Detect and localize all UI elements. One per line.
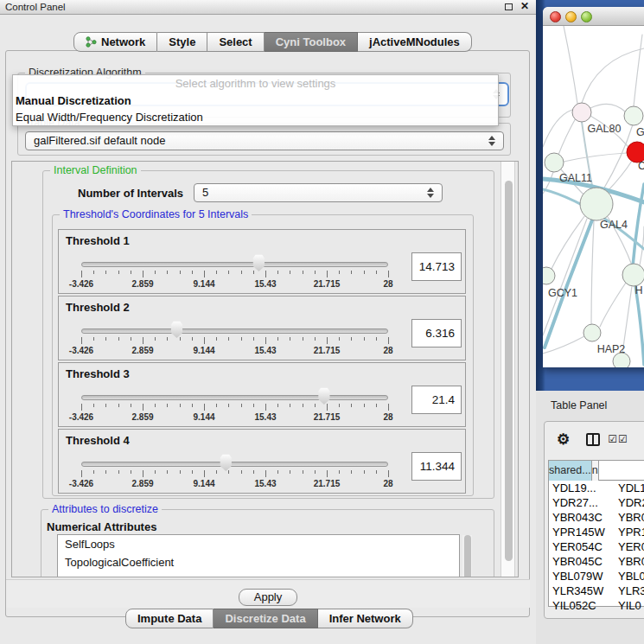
float-window-icon[interactable] <box>505 3 513 10</box>
group-title: Attributes to discretize <box>48 503 162 515</box>
table-panel-container: ⚙ ☑ ☑ shared... n YDL19... YDL1 YDR27...… <box>544 421 644 619</box>
algorithm-option[interactable]: Equal Width/Frequency Discretization <box>13 109 498 125</box>
bottom-tab[interactable]: Impute Data <box>125 609 214 628</box>
slider-track[interactable] <box>81 462 388 467</box>
top-tab[interactable]: Network <box>73 32 157 52</box>
threshold-value-field[interactable]: 14.713 <box>411 252 462 281</box>
panel-scrollbar[interactable] <box>501 162 515 577</box>
scale-label: 28 <box>369 279 407 289</box>
attributes-group: Attributes to discretize Numerical Attri… <box>41 509 494 577</box>
table-row[interactable]: YDL19... YDL1 <box>549 481 644 495</box>
threshold-value-field[interactable]: 11.344 <box>411 452 462 481</box>
number-of-intervals-label: Number of Intervals <box>78 187 183 200</box>
minimize-traffic-icon[interactable] <box>565 11 577 22</box>
apply-button[interactable]: Apply <box>239 589 297 606</box>
list-scrollbar[interactable] <box>462 535 472 577</box>
table-row[interactable]: YBR045C YBR0 <box>549 554 644 569</box>
algorithm-dropdown-popup: Select algorithm to view settings Manual… <box>12 74 499 126</box>
table-row[interactable]: YER054C YER0 <box>549 539 644 554</box>
control-panel-titlebar: Control Panel ✕ <box>0 0 536 15</box>
combo-arrows-icon[interactable] <box>427 188 434 198</box>
gear-icon[interactable]: ⚙ <box>557 432 570 447</box>
close-icon[interactable]: ✕ <box>520 0 529 12</box>
top-tab[interactable]: Select <box>207 32 264 52</box>
top-tab[interactable]: jActiveMNodules <box>358 32 472 52</box>
threshold-slider[interactable]: -3.426 2.859 9.144 15.43 21.715 28 <box>81 230 388 295</box>
network-node-label: GCY1 <box>548 287 577 299</box>
scale-label: 2.859 <box>124 412 162 422</box>
bottom-tab[interactable]: Discretize Data <box>214 609 317 628</box>
slider-thumb[interactable] <box>317 387 330 405</box>
scale-label: 28 <box>369 479 407 488</box>
cell-shared-name: YBL079W <box>549 569 615 583</box>
network-node[interactable] <box>583 324 601 341</box>
table-data-value: galFiltered.sif default node <box>34 134 165 147</box>
network-node[interactable] <box>545 153 564 172</box>
threshold-panel: Threshold 1 -3.426 2.859 9.144 15.43 21.… <box>58 229 466 294</box>
slider-thumb[interactable] <box>220 454 233 471</box>
table-row[interactable]: YBL079W YBL0 <box>549 569 644 583</box>
table-header-cell[interactable]: n <box>592 461 599 481</box>
attribute-list-item[interactable]: TopologicalCoefficient <box>58 553 459 571</box>
table-data-combobox[interactable]: galFiltered.sif default node <box>25 131 504 150</box>
slider-ticks <box>81 337 389 345</box>
network-node[interactable] <box>613 353 630 367</box>
network-node[interactable] <box>543 267 555 284</box>
node-table: shared... n YDL19... YDL1 YDR27... YDR2 … <box>548 460 644 607</box>
table-row[interactable]: YIL052C YIL0 <box>549 598 644 613</box>
cell-name: YDL1 <box>615 481 644 495</box>
threshold-slider[interactable]: -3.426 2.859 9.144 15.43 21.715 28 <box>81 363 388 428</box>
table-row[interactable]: YDR27... YDR2 <box>549 495 644 510</box>
slider-scale: -3.426 2.859 9.144 15.43 21.715 28 <box>81 479 388 489</box>
network-icon <box>86 36 97 48</box>
scale-label: 15.43 <box>246 479 284 488</box>
top-tab[interactable]: Cyni Toolbox <box>265 32 358 52</box>
threshold-slider[interactable]: -3.426 2.859 9.144 15.43 21.715 28 <box>81 296 388 361</box>
threshold-value-field[interactable]: 21.4 <box>411 386 462 414</box>
group-title: Threshold's Coordinates for 5 Intervals <box>60 208 252 220</box>
table-row[interactable]: YBR043C YBR0 <box>549 510 644 525</box>
deselect-all-icon[interactable]: ☑ <box>618 434 628 444</box>
scale-label: -3.426 <box>62 346 100 355</box>
network-svg: GAL80GAL11GAL4GCY1HHAP2GAC <box>543 26 644 367</box>
select-all-icon[interactable]: ☑ <box>608 434 617 444</box>
network-node[interactable] <box>624 106 643 125</box>
scale-label: 2.859 <box>124 346 162 355</box>
scrollbar-thumb[interactable] <box>505 181 513 561</box>
table-row[interactable]: YLR345W YLR3 <box>549 583 644 598</box>
cell-shared-name: YBR043C <box>549 510 615 525</box>
network-node[interactable] <box>572 103 591 122</box>
network-node[interactable] <box>580 188 613 220</box>
table-header-cell[interactable]: shared... <box>549 461 592 481</box>
network-node[interactable] <box>622 264 644 286</box>
scale-label: 9.144 <box>185 279 223 289</box>
scale-label: 15.43 <box>246 279 284 289</box>
scrollbar-thumb[interactable] <box>464 535 471 577</box>
slider-thumb[interactable] <box>252 254 265 271</box>
cell-shared-name: YDR27... <box>549 495 615 510</box>
bottom-tab[interactable]: Infer Network <box>318 609 413 628</box>
close-traffic-icon[interactable] <box>550 11 561 22</box>
network-edge <box>564 26 577 104</box>
slider-track[interactable] <box>81 395 388 400</box>
algorithm-option[interactable]: Manual Discretization <box>13 92 498 109</box>
slider-thumb[interactable] <box>170 321 183 338</box>
cell-shared-name: YPR145W <box>549 525 615 539</box>
number-of-intervals-combobox[interactable]: 5 <box>194 183 443 202</box>
top-tab[interactable]: Style <box>157 32 207 52</box>
slider-track[interactable] <box>81 328 388 334</box>
threshold-slider[interactable]: -3.426 2.859 9.144 15.43 21.715 28 <box>81 430 388 494</box>
slider-scale: -3.426 2.859 9.144 15.43 21.715 28 <box>81 346 388 356</box>
network-canvas[interactable]: GAL80GAL11GAL4GCY1HHAP2GAC <box>543 26 644 367</box>
attribute-list-item[interactable]: BetweennessCentrality <box>58 571 459 577</box>
threshold-value-field[interactable]: 6.316 <box>411 319 462 348</box>
zoom-traffic-icon[interactable] <box>581 11 592 22</box>
cell-shared-name: YBR045C <box>549 554 615 569</box>
combo-arrows-icon[interactable] <box>488 136 495 146</box>
attribute-list-item[interactable]: SelfLoops <box>58 535 459 553</box>
columns-icon[interactable] <box>586 433 600 446</box>
table-row[interactable]: YPR145W YPR1 <box>549 525 644 539</box>
threshold-panel: Threshold 3 -3.426 2.859 9.144 15.43 21.… <box>58 362 466 427</box>
tab-label: Style <box>169 33 195 51</box>
slider-track[interactable] <box>81 262 388 267</box>
